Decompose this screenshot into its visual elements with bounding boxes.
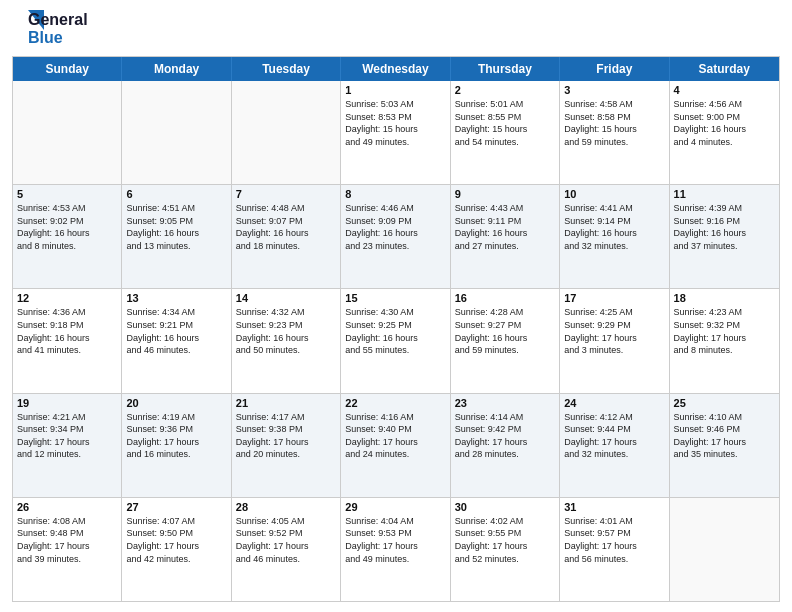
day-number: 15 (345, 292, 445, 304)
cal-cell: 3Sunrise: 4:58 AM Sunset: 8:58 PM Daylig… (560, 81, 669, 184)
day-info: Sunrise: 4:14 AM Sunset: 9:42 PM Dayligh… (455, 411, 555, 461)
day-number: 30 (455, 501, 555, 513)
day-info: Sunrise: 4:30 AM Sunset: 9:25 PM Dayligh… (345, 306, 445, 356)
day-info: Sunrise: 4:28 AM Sunset: 9:27 PM Dayligh… (455, 306, 555, 356)
cal-cell: 24Sunrise: 4:12 AM Sunset: 9:44 PM Dayli… (560, 394, 669, 497)
day-number: 13 (126, 292, 226, 304)
day-info: Sunrise: 4:07 AM Sunset: 9:50 PM Dayligh… (126, 515, 226, 565)
day-info: Sunrise: 4:32 AM Sunset: 9:23 PM Dayligh… (236, 306, 336, 356)
day-info: Sunrise: 4:04 AM Sunset: 9:53 PM Dayligh… (345, 515, 445, 565)
day-number: 7 (236, 188, 336, 200)
cal-week-4: 19Sunrise: 4:21 AM Sunset: 9:34 PM Dayli… (13, 394, 779, 498)
day-number: 14 (236, 292, 336, 304)
day-number: 1 (345, 84, 445, 96)
day-number: 17 (564, 292, 664, 304)
cal-cell: 19Sunrise: 4:21 AM Sunset: 9:34 PM Dayli… (13, 394, 122, 497)
cal-cell (122, 81, 231, 184)
cal-week-3: 12Sunrise: 4:36 AM Sunset: 9:18 PM Dayli… (13, 289, 779, 393)
day-number: 5 (17, 188, 117, 200)
day-number: 23 (455, 397, 555, 409)
day-number: 28 (236, 501, 336, 513)
cal-cell: 8Sunrise: 4:46 AM Sunset: 9:09 PM Daylig… (341, 185, 450, 288)
logo-general-text: General (28, 11, 88, 29)
day-number: 29 (345, 501, 445, 513)
day-number: 25 (674, 397, 775, 409)
cal-cell: 10Sunrise: 4:41 AM Sunset: 9:14 PM Dayli… (560, 185, 669, 288)
cal-cell: 14Sunrise: 4:32 AM Sunset: 9:23 PM Dayli… (232, 289, 341, 392)
cal-cell: 29Sunrise: 4:04 AM Sunset: 9:53 PM Dayli… (341, 498, 450, 601)
cal-cell: 7Sunrise: 4:48 AM Sunset: 9:07 PM Daylig… (232, 185, 341, 288)
day-info: Sunrise: 4:21 AM Sunset: 9:34 PM Dayligh… (17, 411, 117, 461)
calendar-header: SundayMondayTuesdayWednesdayThursdayFrid… (13, 57, 779, 81)
day-info: Sunrise: 4:17 AM Sunset: 9:38 PM Dayligh… (236, 411, 336, 461)
day-number: 18 (674, 292, 775, 304)
cal-cell (13, 81, 122, 184)
cal-cell: 5Sunrise: 4:53 AM Sunset: 9:02 PM Daylig… (13, 185, 122, 288)
day-number: 20 (126, 397, 226, 409)
day-number: 2 (455, 84, 555, 96)
cal-cell: 13Sunrise: 4:34 AM Sunset: 9:21 PM Dayli… (122, 289, 231, 392)
day-info: Sunrise: 4:23 AM Sunset: 9:32 PM Dayligh… (674, 306, 775, 356)
day-info: Sunrise: 4:02 AM Sunset: 9:55 PM Dayligh… (455, 515, 555, 565)
cal-cell: 21Sunrise: 4:17 AM Sunset: 9:38 PM Dayli… (232, 394, 341, 497)
cal-cell: 9Sunrise: 4:43 AM Sunset: 9:11 PM Daylig… (451, 185, 560, 288)
cal-cell: 11Sunrise: 4:39 AM Sunset: 9:16 PM Dayli… (670, 185, 779, 288)
header: GeneralBlue (12, 10, 780, 48)
cal-cell (670, 498, 779, 601)
day-number: 26 (17, 501, 117, 513)
day-info: Sunrise: 4:01 AM Sunset: 9:57 PM Dayligh… (564, 515, 664, 565)
cal-cell: 26Sunrise: 4:08 AM Sunset: 9:48 PM Dayli… (13, 498, 122, 601)
cal-header-saturday: Saturday (670, 57, 779, 81)
cal-cell: 28Sunrise: 4:05 AM Sunset: 9:52 PM Dayli… (232, 498, 341, 601)
day-info: Sunrise: 4:16 AM Sunset: 9:40 PM Dayligh… (345, 411, 445, 461)
day-info: Sunrise: 5:01 AM Sunset: 8:55 PM Dayligh… (455, 98, 555, 148)
day-info: Sunrise: 5:03 AM Sunset: 8:53 PM Dayligh… (345, 98, 445, 148)
day-info: Sunrise: 4:08 AM Sunset: 9:48 PM Dayligh… (17, 515, 117, 565)
cal-header-thursday: Thursday (451, 57, 560, 81)
day-info: Sunrise: 4:34 AM Sunset: 9:21 PM Dayligh… (126, 306, 226, 356)
day-number: 19 (17, 397, 117, 409)
cal-header-tuesday: Tuesday (232, 57, 341, 81)
day-info: Sunrise: 4:56 AM Sunset: 9:00 PM Dayligh… (674, 98, 775, 148)
cal-header-wednesday: Wednesday (341, 57, 450, 81)
cal-cell: 25Sunrise: 4:10 AM Sunset: 9:46 PM Dayli… (670, 394, 779, 497)
day-info: Sunrise: 4:12 AM Sunset: 9:44 PM Dayligh… (564, 411, 664, 461)
day-info: Sunrise: 4:19 AM Sunset: 9:36 PM Dayligh… (126, 411, 226, 461)
day-info: Sunrise: 4:36 AM Sunset: 9:18 PM Dayligh… (17, 306, 117, 356)
day-info: Sunrise: 4:48 AM Sunset: 9:07 PM Dayligh… (236, 202, 336, 252)
day-number: 21 (236, 397, 336, 409)
day-info: Sunrise: 4:51 AM Sunset: 9:05 PM Dayligh… (126, 202, 226, 252)
cal-cell: 16Sunrise: 4:28 AM Sunset: 9:27 PM Dayli… (451, 289, 560, 392)
cal-cell: 22Sunrise: 4:16 AM Sunset: 9:40 PM Dayli… (341, 394, 450, 497)
day-info: Sunrise: 4:53 AM Sunset: 9:02 PM Dayligh… (17, 202, 117, 252)
page: GeneralBlue SundayMondayTuesdayWednesday… (0, 0, 792, 612)
day-number: 8 (345, 188, 445, 200)
day-number: 3 (564, 84, 664, 96)
cal-cell: 15Sunrise: 4:30 AM Sunset: 9:25 PM Dayli… (341, 289, 450, 392)
day-number: 27 (126, 501, 226, 513)
day-info: Sunrise: 4:39 AM Sunset: 9:16 PM Dayligh… (674, 202, 775, 252)
cal-cell: 27Sunrise: 4:07 AM Sunset: 9:50 PM Dayli… (122, 498, 231, 601)
cal-cell: 23Sunrise: 4:14 AM Sunset: 9:42 PM Dayli… (451, 394, 560, 497)
day-number: 4 (674, 84, 775, 96)
cal-cell: 30Sunrise: 4:02 AM Sunset: 9:55 PM Dayli… (451, 498, 560, 601)
day-info: Sunrise: 4:10 AM Sunset: 9:46 PM Dayligh… (674, 411, 775, 461)
logo-blue-text: Blue (28, 29, 88, 47)
cal-cell: 4Sunrise: 4:56 AM Sunset: 9:00 PM Daylig… (670, 81, 779, 184)
day-number: 31 (564, 501, 664, 513)
cal-cell: 31Sunrise: 4:01 AM Sunset: 9:57 PM Dayli… (560, 498, 669, 601)
cal-cell: 2Sunrise: 5:01 AM Sunset: 8:55 PM Daylig… (451, 81, 560, 184)
day-number: 12 (17, 292, 117, 304)
day-number: 11 (674, 188, 775, 200)
cal-header-sunday: Sunday (13, 57, 122, 81)
cal-week-2: 5Sunrise: 4:53 AM Sunset: 9:02 PM Daylig… (13, 185, 779, 289)
day-info: Sunrise: 4:43 AM Sunset: 9:11 PM Dayligh… (455, 202, 555, 252)
cal-cell (232, 81, 341, 184)
cal-header-friday: Friday (560, 57, 669, 81)
day-number: 16 (455, 292, 555, 304)
day-number: 10 (564, 188, 664, 200)
day-number: 6 (126, 188, 226, 200)
day-number: 24 (564, 397, 664, 409)
cal-week-1: 1Sunrise: 5:03 AM Sunset: 8:53 PM Daylig… (13, 81, 779, 185)
day-info: Sunrise: 4:41 AM Sunset: 9:14 PM Dayligh… (564, 202, 664, 252)
